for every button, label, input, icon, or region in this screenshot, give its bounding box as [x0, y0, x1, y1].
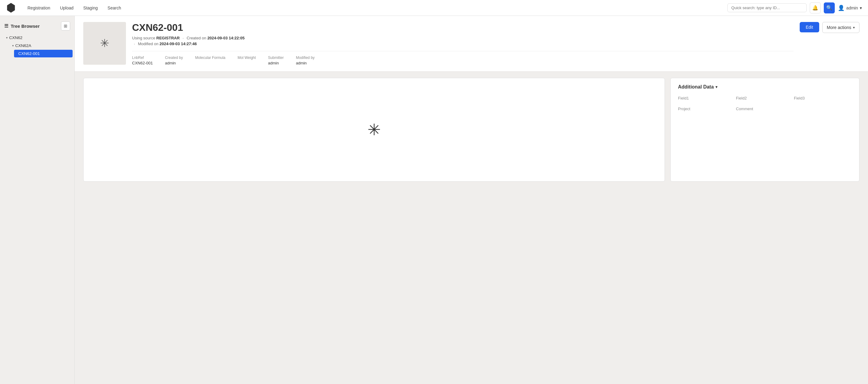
record-info: CXN62-001 Using source REGISTRAR · Creat… — [132, 22, 794, 65]
nav-right: 🔔 🔍 👤 admin ▾ — [727, 2, 862, 13]
top-nav: Registration Upload Staging Search 🔔 🔍 👤… — [0, 0, 868, 16]
user-menu[interactable]: 👤 admin ▾ — [838, 5, 862, 11]
tree-item-cxn62[interactable]: ▾ CXN62 — [2, 34, 72, 41]
notifications-icon[interactable]: 🔔 — [810, 2, 821, 13]
field-mol-weight: Mol Weight — [238, 56, 256, 65]
nav-links: Registration Upload Staging Search — [23, 3, 727, 13]
app-layout: ☰ Tree Browser ⊞ ▾ CXN62 ▾ CXN62A — [0, 16, 868, 384]
additional-field-project: Project — [678, 107, 736, 111]
nav-search[interactable]: Search — [103, 3, 125, 13]
tree-grandchildren: CXN62-001 — [6, 50, 74, 57]
tree-browser-icon: ☰ — [4, 23, 8, 29]
molecule-panel: ✳ — [83, 78, 665, 182]
sidebar-title-label: Tree Browser — [11, 24, 40, 29]
field-modified-by: Modified by admin — [296, 56, 314, 65]
additional-data-header[interactable]: Additional Data ▾ — [678, 84, 852, 90]
record-body: ✳ Additional Data ▾ Field1 Field2 Field3… — [75, 72, 868, 188]
field-created-by: Created by admin — [165, 56, 183, 65]
record-source-meta: Using source REGISTRAR · Created on 2024… — [132, 36, 794, 40]
molecule-thumbnail-icon: ✳ — [100, 37, 109, 50]
meta-dot-2: · — [134, 41, 136, 46]
record-thumbnail: ✳ — [83, 22, 126, 65]
record-header: ✳ CXN62-001 Using source REGISTRAR · Cre… — [75, 16, 868, 72]
sidebar: ☰ Tree Browser ⊞ ▾ CXN62 ▾ CXN62A — [0, 16, 75, 384]
created-date: 2024-09-03 14:22:05 — [207, 36, 245, 40]
tree-chevron-icon: ▾ — [6, 36, 8, 39]
user-label: admin — [846, 5, 858, 10]
more-actions-button[interactable]: More actions ▾ — [822, 22, 860, 33]
field-created-by-value: admin — [165, 61, 183, 65]
additional-field-2: Field2 — [736, 96, 794, 100]
sidebar-title: ☰ Tree Browser — [4, 23, 40, 29]
field-submitter-value: admin — [268, 61, 284, 65]
tree-child-node: ▾ CXN62A CXN62-001 — [6, 42, 74, 57]
tree-children: ▾ CXN62A CXN62-001 — [0, 42, 74, 57]
additional-data-panel: Additional Data ▾ Field1 Field2 Field3 P… — [670, 78, 860, 182]
modified-label: Modified on — [138, 41, 158, 46]
field-lnbref-value: CXN62-001 — [132, 61, 153, 65]
additional-field-1: Field1 — [678, 96, 736, 100]
additional-field-3: Field3 — [794, 96, 852, 100]
tree-item-label: CXN62 — [9, 35, 23, 40]
meta-dot-1: · — [183, 36, 185, 40]
field-molecular-formula-label: Molecular Formula — [195, 56, 225, 60]
nav-staging[interactable]: Staging — [79, 3, 102, 13]
edit-button[interactable]: Edit — [800, 22, 819, 32]
additional-field-comment: Comment — [736, 107, 794, 111]
field-created-by-label: Created by — [165, 56, 183, 60]
field-submitter: Submitter admin — [268, 56, 284, 65]
field-molecular-formula: Molecular Formula — [195, 56, 225, 65]
sidebar-filter-button[interactable]: ⊞ — [61, 21, 70, 31]
tree-item-selected-label: CXN62-001 — [18, 51, 40, 56]
field-modified-by-label: Modified by — [296, 56, 314, 60]
field-submitter-label: Submitter — [268, 56, 284, 60]
modified-date: 2024-09-03 14:27:46 — [159, 41, 197, 46]
additional-fields-grid: Field1 Field2 Field3 Project Comment — [678, 96, 852, 111]
more-actions-label: More actions — [827, 25, 851, 30]
tree-root-node: ▾ CXN62 ▾ CXN62A CXN62-001 — [0, 34, 74, 57]
user-chevron-icon: ▾ — [860, 5, 862, 10]
more-actions-chevron-icon: ▾ — [853, 26, 855, 30]
source-label: Using source — [132, 36, 155, 40]
nav-upload[interactable]: Upload — [56, 3, 78, 13]
record-modified-meta: · Modified on 2024-09-03 14:27:46 — [132, 41, 794, 46]
source-name: REGISTRAR — [156, 36, 180, 40]
tree-item-cxn62a[interactable]: ▾ CXN62A — [8, 42, 72, 50]
additional-data-chevron-icon: ▾ — [715, 85, 717, 89]
user-avatar-icon: 👤 — [838, 5, 844, 11]
field-lnbref: LnbRef CXN62-001 — [132, 56, 153, 65]
tree-item-cxn62-001[interactable]: CXN62-001 — [14, 50, 72, 57]
sidebar-header: ☰ Tree Browser ⊞ — [0, 20, 74, 34]
app-logo[interactable] — [6, 3, 16, 13]
created-label: Created on — [187, 36, 206, 40]
nav-registration[interactable]: Registration — [23, 3, 55, 13]
main-content: ✳ CXN62-001 Using source REGISTRAR · Cre… — [75, 16, 868, 384]
record-title: CXN62-001 — [132, 22, 794, 33]
field-modified-by-value: admin — [296, 61, 314, 65]
field-mol-weight-label: Mol Weight — [238, 56, 256, 60]
tree-chevron-icon: ▾ — [12, 44, 14, 47]
quick-search-input[interactable] — [727, 3, 807, 12]
search-icon[interactable]: 🔍 — [824, 2, 835, 13]
field-lnbref-label: LnbRef — [132, 56, 153, 60]
tree-item-label: CXN62A — [15, 43, 31, 48]
additional-data-title: Additional Data — [678, 84, 714, 90]
record-fields: LnbRef CXN62-001 Created by admin Molecu… — [132, 51, 794, 65]
molecule-asterisk-icon: ✳ — [368, 121, 381, 139]
record-actions: Edit More actions ▾ — [800, 22, 860, 33]
